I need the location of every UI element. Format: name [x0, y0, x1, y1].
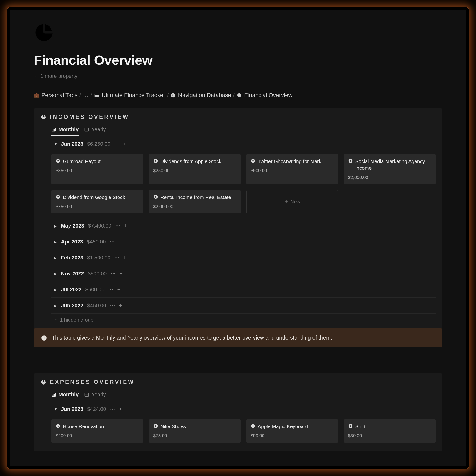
- calendar-icon: [84, 127, 89, 132]
- income-card[interactable]: Dividends from Apple Stock$250.00: [149, 154, 241, 185]
- group-header[interactable]: ▶Apr 2023$450.00+: [51, 234, 436, 250]
- card-title: Rental Income from Real Estate: [160, 194, 231, 201]
- section-title[interactable]: INCOMES OVERVIEW: [50, 114, 129, 120]
- more-icon[interactable]: [108, 289, 113, 290]
- tab-label: Yearly: [91, 391, 106, 398]
- more-icon[interactable]: [114, 143, 119, 144]
- caret-right-icon: ▶: [54, 304, 57, 308]
- tab-yearly[interactable]: Yearly: [84, 389, 106, 401]
- income-card[interactable]: Twitter Ghostwriting for Mark$900.00: [246, 154, 338, 185]
- add-button[interactable]: +: [124, 223, 127, 228]
- group-name: Apr 2023: [61, 239, 83, 245]
- new-card-button[interactable]: New: [246, 190, 338, 214]
- tab-label: Monthly: [59, 391, 79, 398]
- more-icon[interactable]: [114, 257, 119, 258]
- income-card[interactable]: Social Media Marketing Agency Income$2,0…: [344, 154, 436, 185]
- breadcrumb: 💼 Personal Taps / … / Ultimate Finance T…: [34, 85, 442, 108]
- add-button[interactable]: +: [119, 271, 122, 276]
- add-button[interactable]: +: [119, 239, 122, 244]
- pie-chart-icon: [40, 114, 47, 120]
- caret-down-icon: ▼: [54, 407, 57, 411]
- caret-down-icon: ▼: [54, 142, 57, 146]
- card-amount: $900.00: [251, 168, 334, 173]
- income-card[interactable]: Gumroad Payout$350.00: [51, 154, 143, 185]
- group-name: Jun 2023: [61, 406, 83, 412]
- more-properties-label: 1 more property: [40, 73, 77, 79]
- expenses-tabs: Monthly Yearly: [51, 389, 436, 401]
- chevron-down-icon: [54, 318, 58, 322]
- arrow-down-circle-icon: [153, 424, 158, 428]
- card-title: House Renovation: [63, 423, 104, 430]
- info-icon: [41, 335, 47, 341]
- expenses-section: EXPENSES OVERVIEW Monthly Yearly ▼ Jun 2…: [34, 373, 442, 451]
- hidden-groups-toggle[interactable]: 1 hidden group: [51, 314, 436, 324]
- calendar-icon: [84, 392, 89, 397]
- more-icon[interactable]: [110, 305, 115, 306]
- more-icon[interactable]: [109, 241, 115, 242]
- arrow-up-circle-icon: [153, 158, 158, 163]
- breadcrumb-item[interactable]: Financial Overview: [237, 92, 292, 99]
- breadcrumb-item[interactable]: 💼 Personal Taps: [34, 92, 78, 99]
- pie-chart-icon: [34, 22, 54, 43]
- group-total: $1,500.00: [87, 255, 110, 261]
- card-title: Social Media Marketing Agency Income: [355, 158, 431, 171]
- group-header-jun-2023[interactable]: ▼ Jun 2023 $424.00 +: [51, 401, 436, 417]
- add-button[interactable]: +: [119, 407, 122, 412]
- group-header[interactable]: ▶Nov 2022$800.00+: [51, 266, 436, 282]
- expense-card[interactable]: Nike Shoes$75.00: [149, 419, 241, 443]
- tab-monthly[interactable]: Monthly: [51, 389, 79, 401]
- expense-card[interactable]: Shirt$50.00: [344, 419, 436, 443]
- add-button[interactable]: +: [119, 303, 122, 308]
- more-icon[interactable]: [110, 273, 116, 274]
- svg-rect-24: [85, 393, 88, 396]
- add-button[interactable]: +: [123, 255, 126, 260]
- calendar-grid-icon: [51, 127, 56, 132]
- breadcrumb-item[interactable]: Ultimate Finance Tracker: [94, 92, 165, 99]
- card-title: Nike Shoes: [160, 423, 186, 430]
- more-properties-toggle[interactable]: 1 more property: [34, 73, 442, 85]
- divider: [34, 360, 442, 360]
- page-title: Financial Overview: [34, 52, 442, 68]
- group-name: Jun 2023: [61, 141, 83, 147]
- tab-yearly[interactable]: Yearly: [84, 124, 106, 136]
- group-total: $424.00: [87, 406, 106, 412]
- breadcrumb-item[interactable]: Navigation Database: [170, 92, 231, 99]
- card-amount: $99.00: [251, 433, 334, 438]
- breadcrumb-item[interactable]: …: [83, 92, 88, 99]
- more-icon[interactable]: [115, 225, 120, 226]
- plus-icon: [284, 200, 289, 204]
- pie-chart-icon: [237, 93, 242, 98]
- card-amount: $250.00: [153, 168, 237, 173]
- add-button[interactable]: +: [123, 141, 126, 147]
- expense-card[interactable]: Apple Magic Keyboard$99.00: [246, 419, 338, 443]
- tab-label: Monthly: [59, 126, 79, 133]
- breadcrumb-separator: /: [90, 92, 92, 99]
- tab-monthly[interactable]: Monthly: [51, 124, 79, 136]
- group-header[interactable]: ▶Jul 2022$600.00+: [51, 282, 436, 298]
- add-button[interactable]: +: [117, 287, 120, 292]
- group-total: $600.00: [85, 287, 104, 293]
- breadcrumb-label: Navigation Database: [178, 92, 231, 99]
- card-title: Twitter Ghostwriting for Mark: [258, 158, 321, 165]
- card-amount: $200.00: [56, 433, 139, 438]
- svg-rect-17: [44, 337, 44, 339]
- arrow-down-circle-icon: [251, 424, 255, 428]
- group-header[interactable]: ▶Jun 2022$450.00+: [51, 298, 436, 314]
- group-total: $7,400.00: [88, 223, 111, 229]
- expense-card[interactable]: House Renovation$200.00: [51, 419, 143, 443]
- group-total: $6,250.00: [87, 141, 110, 147]
- svg-rect-18: [44, 336, 44, 337]
- arrow-up-circle-icon: [153, 194, 158, 199]
- group-header[interactable]: ▶Feb 2023$1,500.00+: [51, 250, 436, 266]
- breadcrumb-label: Ultimate Finance Tracker: [102, 92, 165, 99]
- section-title[interactable]: EXPENSES OVERVIEW: [50, 379, 135, 385]
- income-card[interactable]: Dividend from Google Stock$750.00: [51, 190, 143, 214]
- card-title: Shirt: [355, 423, 366, 430]
- group-header-jun-2023[interactable]: ▼ Jun 2023 $6,250.00 +: [51, 136, 436, 152]
- card-amount: $2,000.00: [153, 204, 237, 209]
- income-card[interactable]: Rental Income from Real Estate$2,000.00: [149, 190, 241, 214]
- breadcrumb-separator: /: [80, 92, 81, 99]
- caret-right-icon: ▶: [54, 255, 57, 260]
- more-icon[interactable]: [110, 409, 115, 409]
- group-header[interactable]: ▶May 2023$7,400.00+: [51, 218, 436, 234]
